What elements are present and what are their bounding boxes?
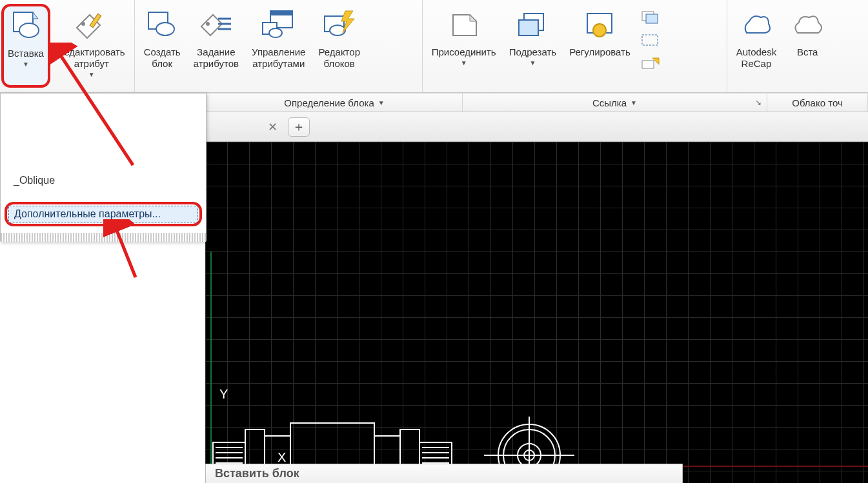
ribbon-group-pointcloud: Autodesk ReCap Вста — [727, 0, 868, 92]
tag-lines-icon — [198, 6, 234, 43]
define-attr-label1: Задание — [197, 46, 236, 58]
insert-button[interactable]: Вставка ▼ — [1, 4, 50, 88]
create-block-label1: Создать — [144, 46, 181, 58]
clip-icon — [514, 6, 550, 43]
insert-block-icon — [8, 8, 44, 44]
attach-label: Присоединить — [432, 46, 496, 58]
edit-attr-label2: атрибут — [74, 58, 109, 70]
recap-button[interactable]: Autodesk ReCap — [731, 4, 782, 88]
chevron-down-icon: ▼ — [461, 59, 467, 66]
chevron-down-icon: ▼ — [23, 61, 29, 68]
close-tab-icon[interactable]: ✕ — [263, 118, 281, 136]
svg-rect-28 — [642, 61, 654, 68]
clip-button[interactable]: Подрезать ▼ — [504, 4, 561, 88]
block-editor-button[interactable]: Редактор блоков — [313, 4, 365, 88]
ribbon-group-insert: Вставка ▼ Редактировать атрибут ▼ — [0, 0, 135, 92]
more-parameters-item[interactable]: Дополнительные параметры... — [8, 206, 198, 222]
svg-rect-22 — [519, 20, 538, 35]
more-parameters-highlight: Дополнительные параметры... — [5, 202, 202, 226]
svg-rect-14 — [270, 11, 292, 15]
dropdown-resize-grip[interactable] — [1, 233, 206, 242]
reference-side-icons — [637, 4, 664, 77]
svg-marker-20 — [470, 15, 476, 21]
insert-dropdown-panel: _Oblique Дополнительные параметры... — [0, 93, 207, 241]
insert-block-tooltip: Вставить блок — [205, 464, 683, 483]
dropdown-item-oblique[interactable]: _Oblique — [1, 171, 206, 190]
svg-point-4 — [81, 22, 85, 26]
svg-point-2 — [19, 23, 39, 37]
block-editor-label1: Редактор — [318, 46, 360, 58]
create-block-label2: блок — [152, 58, 172, 70]
chevron-down-icon: ▼ — [631, 99, 637, 106]
xref-frame-icon[interactable] — [640, 32, 661, 49]
ribbon-group-reference: Присоединить ▼ Подрезать ▼ Регулировать — [423, 0, 727, 92]
svg-rect-26 — [646, 14, 658, 23]
chevron-down-icon: ▼ — [88, 71, 95, 78]
document-tab-bar: ✕ ＋ — [205, 112, 868, 142]
edit-attr-label1: Редактировать — [58, 46, 125, 58]
chevron-down-icon: ▼ — [529, 59, 536, 66]
manage-attributes-button[interactable]: Управление атрибутами — [247, 4, 310, 88]
adjust-icon — [581, 6, 618, 43]
attach-button[interactable]: Присоединить ▼ — [427, 4, 501, 88]
svg-point-18 — [330, 25, 345, 35]
panel-reference-label: Ссылка — [592, 97, 627, 108]
block-bolt-icon — [321, 6, 358, 43]
recap-icon — [738, 6, 774, 43]
svg-point-9 — [206, 22, 210, 26]
ribbon-group-block-def: Создать блок Задание атрибутов Управлени… — [135, 0, 423, 92]
underlay-layers-icon[interactable] — [640, 9, 661, 26]
svg-point-24 — [593, 24, 606, 37]
panel-pointcloud-label: Облако точ — [792, 97, 842, 108]
svg-rect-27 — [642, 35, 658, 45]
insert-label: Вставка — [8, 48, 44, 59]
recap-label1: Autodesk — [736, 46, 777, 58]
svg-point-7 — [156, 23, 174, 35]
define-attributes-button[interactable]: Задание атрибутов — [188, 4, 244, 88]
adjust-button[interactable]: Регулировать — [564, 4, 636, 88]
snap-xref-icon[interactable] — [640, 55, 661, 72]
new-tab-button[interactable]: ＋ — [288, 117, 310, 137]
create-block-button[interactable]: Создать блок — [139, 4, 186, 88]
ribbon-toolbar: Вставка ▼ Редактировать атрибут ▼ Создат… — [0, 0, 868, 93]
drawing-canvas[interactable]: Y X — [205, 142, 868, 483]
recap-label2: ReCap — [742, 58, 772, 70]
define-attr-label2: атрибутов — [194, 58, 239, 70]
tag-pencil-icon — [74, 6, 110, 43]
attach-pointcloud-button[interactable]: Вста — [784, 4, 831, 88]
panel-title-pointcloud[interactable]: Облако точ — [767, 93, 868, 112]
svg-point-16 — [269, 28, 282, 37]
dialog-launcher-icon[interactable]: ↘ — [755, 98, 762, 107]
manage-attr-label1: Управление — [252, 46, 305, 58]
create-block-icon — [144, 6, 180, 43]
tooltip-title: Вставить блок — [215, 467, 299, 480]
attach-icon — [446, 6, 482, 43]
chevron-down-icon: ▼ — [378, 99, 385, 106]
edit-attribute-button[interactable]: Редактировать атрибут ▼ — [53, 4, 130, 88]
drawing-canvas-wrap: ✕ ＋ Y X — [205, 112, 868, 483]
manage-attr-label2: атрибутами — [252, 58, 305, 70]
svg-marker-1 — [33, 12, 38, 19]
block-editor-label2: блоков — [324, 58, 355, 70]
y-axis-label: Y — [219, 387, 228, 402]
cloud-icon — [789, 6, 825, 43]
adjust-label: Регулировать — [569, 46, 631, 58]
window-block-icon — [261, 6, 297, 43]
panel-title-reference[interactable]: Ссылка ▼ ↘ — [463, 93, 767, 112]
clip-label: Подрезать — [509, 46, 556, 58]
panel-block-def-label: Определение блока — [284, 97, 374, 108]
vsta-label: Вста — [797, 46, 818, 58]
